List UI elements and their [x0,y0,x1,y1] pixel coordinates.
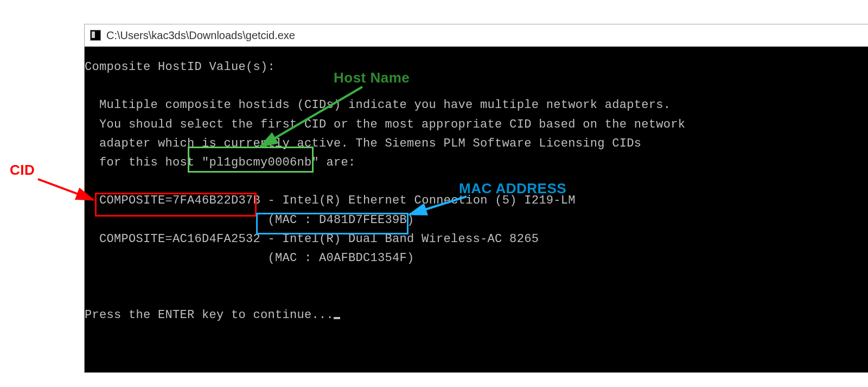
term-prompt: Press the ENTER key to continue... [85,306,868,325]
term-line: adapter which is currently active. The S… [85,134,868,153]
titlebar[interactable]: C:\Users\kac3ds\Downloads\getcid.exe [85,24,868,47]
hostname-value: "pl1gbcmy0006nb" [202,156,319,169]
cursor [334,317,340,319]
mac-line-1: (MAC : D481D7FEE39B) [85,211,868,230]
annotation-label-cid: CID [10,162,35,179]
mac-line-2: (MAC : A0AFBDC1354F) [85,249,868,268]
console-window: C:\Users\kac3ds\Downloads\getcid.exe Com… [84,24,868,373]
mac-value-1: (MAC : D481D7FEE39B) [268,213,414,227]
term-line: You should select the first CID or the m… [85,115,868,134]
app-icon [90,30,101,41]
cid-line-2: COMPOSITE=AC16D4FA2532 - Intel(R) Dual B… [85,230,868,249]
term-line: Multiple composite hostids (CIDs) indica… [85,96,868,115]
terminal-output[interactable]: Composite HostID Value(s): Multiple comp… [85,47,868,372]
window-title: C:\Users\kac3ds\Downloads\getcid.exe [106,29,295,42]
term-header: Composite HostID Value(s): [85,58,868,77]
annotation-label-hostname: Host Name [334,69,410,86]
cid-value-1: COMPOSITE=7FA46B22D37B [99,194,260,207]
term-line: for this host "pl1gbcmy0006nb" are: [85,153,868,172]
annotation-label-mac: MAC ADDRESS [459,180,566,197]
